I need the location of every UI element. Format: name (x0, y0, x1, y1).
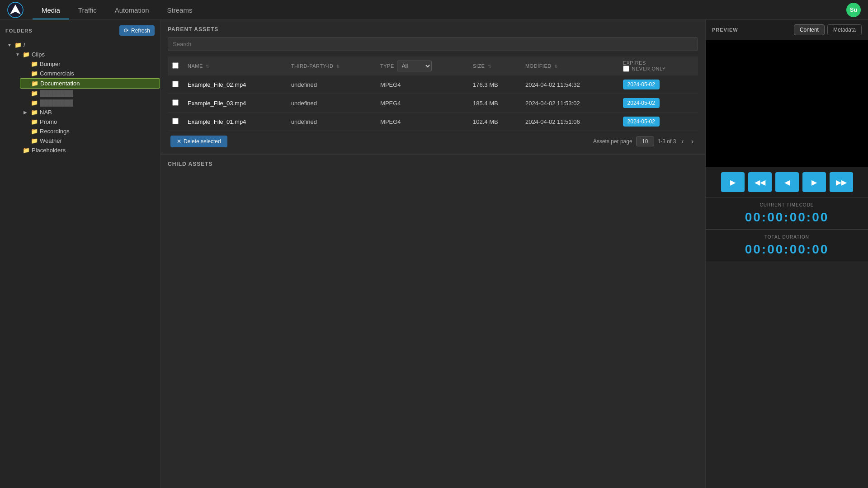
rewind-button[interactable]: ◀◀ (748, 172, 772, 192)
table-row: Example_File_03.mp4 undefined MPEG4 185.… (168, 94, 698, 113)
content-area: PARENT ASSETS NAME ⇅ THIRD-PARTY-ID (160, 20, 705, 488)
tree-item-clips[interactable]: ▼ 📁 Clips (12, 50, 160, 59)
never-only-label: NEVER ONLY (632, 66, 666, 71)
row-checkbox[interactable] (172, 99, 179, 106)
top-nav: Media Traffic Automation Streams Su (0, 0, 868, 20)
pagination: Assets per page 1-3 of 3 ‹ › (593, 136, 695, 146)
nav-tab-streams[interactable]: Streams (158, 6, 202, 19)
col-modified[interactable]: MODIFIED ⇅ (521, 56, 618, 75)
delete-selected-button[interactable]: ✕ Delete selected (170, 136, 227, 147)
main-layout: FOLDERS ⟳ Refresh ▼ 📁 / ▼ 📁 Clips (0, 20, 868, 488)
tab-metadata[interactable]: Metadata (827, 24, 862, 35)
fastforward-button[interactable]: ▶▶ (830, 172, 853, 192)
col-third-party-id[interactable]: THIRD-PARTY-ID ⇅ (287, 56, 376, 75)
folder-icon: 📁 (31, 137, 38, 144)
row-type: MPEG4 (376, 75, 468, 94)
rewind-icon: ◀◀ (755, 178, 765, 187)
col-size[interactable]: SIZE ⇅ (468, 56, 521, 75)
folder-icon: 📁 (31, 90, 38, 97)
expires-button[interactable]: 2024-05-02 (623, 117, 660, 127)
play-icon: ▶ (730, 178, 736, 187)
tree-item-documentation[interactable]: 📁 Documentation (20, 78, 160, 89)
tree-item-weather[interactable]: 📁 Weather (20, 136, 160, 145)
tree-item-label: Recordings (40, 128, 156, 135)
delete-icon: ✕ (177, 138, 181, 145)
row-checkbox[interactable] (172, 81, 179, 87)
refresh-icon: ⟳ (124, 27, 129, 34)
row-third-party-id: undefined (287, 113, 376, 131)
row-expires: 2024-05-02 (618, 113, 698, 131)
expires-button[interactable]: 2024-05-02 (623, 80, 660, 89)
tree-item-bumper[interactable]: 📁 Bumper (20, 59, 160, 69)
row-name: Example_File_01.mp4 (183, 113, 287, 131)
preview-tabs: Content Metadata (794, 24, 862, 35)
per-page-input[interactable] (636, 136, 654, 146)
table-row: Example_File_01.mp4 undefined MPEG4 102.… (168, 113, 698, 131)
row-type: MPEG4 (376, 113, 468, 131)
nav-tab-traffic[interactable]: Traffic (69, 6, 106, 19)
user-avatar[interactable]: Su (846, 3, 861, 17)
next-icon: ▶ (811, 178, 817, 187)
tree-item-hidden1[interactable]: 📁 ████████ (20, 89, 160, 98)
row-modified: 2024-04-02 11:54:32 (521, 75, 618, 94)
tree-item-label: Promo (40, 118, 156, 125)
folder-icon: 📁 (31, 61, 38, 67)
nav-tabs: Media Traffic Automation Streams (33, 0, 201, 19)
tree-item-placeholders[interactable]: 📁 Placeholders (12, 145, 160, 155)
tree-item-hidden2[interactable]: 📁 ████████ (20, 98, 160, 108)
row-modified: 2024-04-02 11:51:06 (521, 113, 618, 131)
tree-item-label: Documentation (40, 80, 156, 87)
expand-icon: ▶ (24, 110, 29, 115)
current-timecode-value: 00:00:00:00 (712, 210, 862, 225)
col-expires: EXPIRES NEVER ONLY (618, 56, 698, 75)
folder-icon: 📁 (31, 118, 38, 125)
nav-tab-media[interactable]: Media (33, 6, 69, 19)
tree-item-label: Commercials (40, 70, 156, 77)
duration-section: TOTAL DURATION 00:00:00:00 (706, 230, 868, 261)
row-expires: 2024-05-02 (618, 94, 698, 113)
row-size: 185.4 MB (468, 94, 521, 113)
tree-item-nab[interactable]: ▶ 📁 NAB (20, 108, 160, 117)
nav-tab-automation[interactable]: Automation (106, 6, 158, 19)
select-all-checkbox[interactable] (172, 62, 179, 69)
folder-icon: 📁 (31, 109, 38, 116)
app-logo[interactable] (7, 2, 24, 18)
tree-item-label: ████████ (40, 90, 156, 97)
folder-icon: 📁 (31, 128, 38, 135)
row-checkbox[interactable] (172, 118, 179, 124)
tree-item-label: ████████ (40, 99, 156, 106)
folder-icon: 📁 (23, 147, 30, 154)
col-name[interactable]: NAME ⇅ (183, 56, 287, 75)
parent-assets-section: PARENT ASSETS NAME ⇅ THIRD-PARTY-ID (160, 20, 705, 154)
expires-button[interactable]: 2024-05-02 (623, 98, 660, 108)
current-timecode-label: CURRENT TIMECODE (712, 202, 862, 207)
assets-per-page-label: Assets per page (593, 138, 632, 145)
never-only-checkbox[interactable] (623, 66, 629, 72)
refresh-button[interactable]: ⟳ Refresh (119, 25, 155, 36)
row-size: 102.4 MB (468, 113, 521, 131)
preview-bottom-area (706, 261, 868, 488)
prev-page-button[interactable]: ‹ (679, 137, 685, 145)
tree-item-recordings[interactable]: 📁 Recordings (20, 127, 160, 136)
tree-item-promo[interactable]: 📁 Promo (20, 117, 160, 127)
collapse-icon: ▼ (7, 42, 13, 47)
play-button[interactable]: ▶ (721, 172, 745, 192)
sidebar: FOLDERS ⟳ Refresh ▼ 📁 / ▼ 📁 Clips (0, 20, 160, 488)
collapse-icon: ▼ (15, 52, 21, 57)
sidebar-header: FOLDERS ⟳ Refresh (0, 25, 160, 40)
next-page-button[interactable]: › (689, 137, 695, 145)
search-input[interactable] (168, 37, 698, 51)
file-tree: ▼ 📁 / ▼ 📁 Clips 📁 Bumper (0, 40, 160, 155)
next-frame-button[interactable]: ▶ (802, 172, 826, 192)
tree-item-root[interactable]: ▼ 📁 / (4, 40, 160, 50)
tree-item-commercials[interactable]: 📁 Commercials (20, 69, 160, 78)
pagination-info: 1-3 of 3 (658, 138, 676, 145)
tree-item-label: Bumper (40, 61, 156, 67)
folder-icon: 📁 (31, 70, 38, 77)
prev-frame-button[interactable]: ◀ (775, 172, 799, 192)
row-type: MPEG4 (376, 94, 468, 113)
tab-content[interactable]: Content (794, 24, 825, 35)
type-filter-select[interactable]: All MPEG4 MOV (397, 61, 432, 71)
folder-icon: 📁 (31, 99, 38, 106)
total-duration-label: TOTAL DURATION (712, 235, 862, 239)
